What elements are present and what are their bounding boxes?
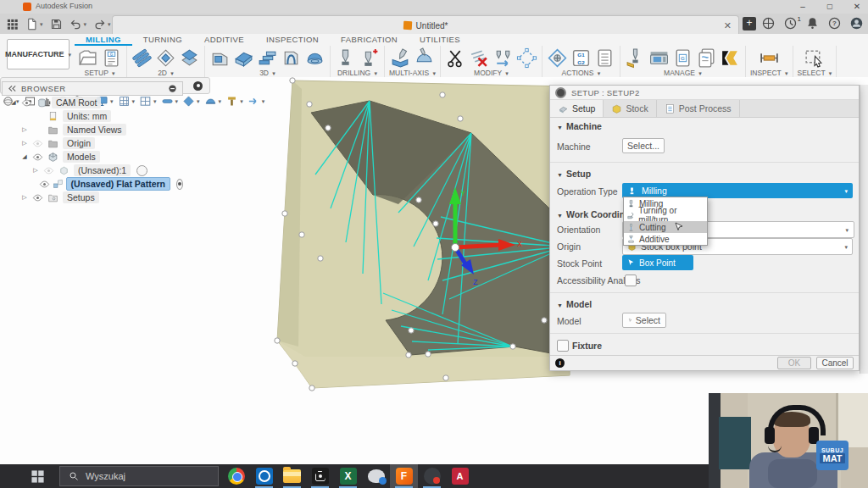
ribbon-tab-milling[interactable]: MILLING — [75, 34, 132, 46]
app-launcher-button[interactable] — [4, 17, 20, 31]
ribbon-tab-inspection[interactable]: INSPECTION — [255, 34, 330, 46]
origin-point[interactable] — [452, 244, 459, 252]
post-process-icon[interactable]: G1G2 — [570, 47, 592, 69]
redo-button[interactable]: ▾ — [92, 17, 113, 31]
bore-icon[interactable] — [359, 47, 380, 69]
browser-item-named-views[interactable]: ▷ Named Views — [2, 123, 183, 136]
browser-item-cam-root[interactable]: ◢ CAM Root — [2, 96, 183, 109]
pocket2d-icon[interactable] — [155, 47, 176, 69]
tool-reorder-icon[interactable] — [492, 47, 514, 69]
visibility-eye-icon[interactable] — [32, 152, 45, 163]
undo-button[interactable]: ▾ — [68, 17, 89, 31]
close-button[interactable]: ✕ — [848, 1, 866, 12]
visibility-eye-icon[interactable] — [43, 165, 56, 176]
dialog-tab-post-process[interactable]: Post Process — [657, 100, 740, 117]
adaptive3d-icon[interactable] — [209, 47, 231, 69]
taskbar-chrome[interactable] — [222, 464, 250, 488]
panel-options-icon[interactable] — [168, 84, 177, 93]
fixture-checkbox[interactable] — [557, 340, 569, 352]
job-status-button[interactable]: 1 — [783, 16, 798, 30]
document-tab[interactable]: Untitled* ✕ — [112, 15, 739, 35]
dialog-tab-stock[interactable]: Stock — [604, 100, 656, 117]
profile-avatar[interactable] — [849, 16, 864, 30]
browser-item-units-mm[interactable]: Units: mm — [2, 109, 183, 123]
browser-item--unsaved-1[interactable]: ▷ (Unsaved):1 — [2, 164, 183, 177]
cancel-button[interactable]: Cancel — [816, 357, 854, 369]
model-select-button[interactable]: Select — [622, 313, 666, 328]
swarf-icon[interactable] — [390, 47, 411, 69]
dialog-header[interactable]: SETUP : SETUP2 — [550, 86, 859, 100]
dropdown-option-additive[interactable]: Additive — [624, 233, 707, 245]
browser-item-origin[interactable]: ▷ Origin — [2, 136, 183, 150]
measure-icon[interactable] — [759, 47, 780, 69]
expander-arrow-icon[interactable]: ◢ — [8, 99, 19, 106]
pocket3d-icon[interactable] — [233, 47, 254, 69]
help-button[interactable]: ? — [827, 16, 842, 30]
machine-library-icon[interactable] — [648, 47, 670, 69]
post-library-icon[interactable]: G — [672, 47, 693, 69]
taskbar-recorder[interactable] — [418, 464, 446, 488]
extensions-button[interactable] — [761, 16, 776, 30]
camplete-icon[interactable] — [720, 47, 741, 69]
ncprogram-icon[interactable]: G — [101, 47, 122, 69]
visibility-eye-icon[interactable] — [39, 179, 50, 190]
template-library-icon[interactable] — [696, 47, 717, 69]
simulate-icon[interactable] — [547, 47, 568, 69]
expander-arrow-icon[interactable]: ▷ — [19, 140, 30, 147]
notifications-button[interactable] — [805, 16, 820, 30]
taskbar-paint3d[interactable] — [362, 464, 390, 488]
tool-library-icon[interactable] — [625, 47, 646, 69]
save-button[interactable] — [48, 17, 64, 31]
browser-item-setups[interactable]: ▷ Setups — [2, 191, 183, 204]
expander-arrow-icon[interactable]: ▷ — [19, 126, 30, 133]
taskbar-screen-capture[interactable] — [306, 464, 334, 488]
expander-arrow-icon[interactable]: ▷ — [31, 167, 41, 174]
drill-icon[interactable] — [335, 47, 356, 69]
dropdown-option-turning-or-mill-turn[interactable]: Turning or mill/turn — [624, 209, 707, 221]
visibility-eye-icon[interactable] — [32, 138, 45, 149]
taskbar-fusion[interactable]: F — [390, 464, 418, 488]
setup-sheet-icon[interactable] — [594, 47, 615, 69]
browser-item--unsaved-flat-pattern[interactable]: (Unsaved) Flat Pattern — [2, 177, 183, 191]
setup-folder-icon[interactable] — [77, 47, 98, 69]
machine-select-button[interactable]: Select... — [622, 138, 665, 153]
file-menu-button[interactable]: ▾ — [24, 17, 45, 31]
browser-item-models[interactable]: ◢ Models — [2, 150, 183, 164]
ribbon-tab-fabrication[interactable]: FABRICATION — [330, 34, 409, 46]
maximize-button[interactable]: ▢ — [821, 1, 839, 12]
comments-capture-icon[interactable] — [193, 81, 203, 91]
expander-arrow-icon[interactable]: ◢ — [19, 153, 30, 160]
dropdown-option-cutting[interactable]: Cutting — [624, 221, 707, 233]
ok-button[interactable]: OK — [777, 357, 811, 369]
taskbar-search[interactable]: Wyszukaj — [59, 466, 219, 486]
ribbon-tab-additive[interactable]: ADDITIVE — [193, 34, 255, 46]
minimize-button[interactable]: – — [793, 1, 812, 12]
parallel-icon[interactable] — [257, 47, 278, 69]
start-button[interactable] — [31, 469, 45, 484]
ground-radio[interactable] — [136, 165, 147, 176]
toolpath-link-icon[interactable] — [516, 47, 537, 69]
collapse-panel-icon[interactable] — [8, 84, 17, 93]
accessibility-checkbox[interactable] — [625, 274, 637, 286]
face-icon[interactable] — [179, 47, 200, 69]
spiral-icon[interactable] — [304, 47, 326, 69]
visibility-eye-icon[interactable] — [32, 192, 45, 203]
adaptive2d-icon[interactable] — [131, 47, 153, 69]
trim-icon[interactable] — [445, 47, 466, 69]
select-box-icon[interactable] — [804, 47, 825, 69]
workspace-selector-button[interactable]: MANUFACTURE▾ — [7, 39, 70, 69]
dialog-tab-setup[interactable]: Setup — [550, 100, 604, 117]
ground-radio[interactable] — [176, 179, 183, 190]
taskbar-excel[interactable]: X — [334, 464, 362, 488]
new-document-button[interactable]: + — [743, 17, 756, 30]
visibility-eye-icon[interactable] — [21, 97, 34, 108]
ribbon-tab-utilities[interactable]: UTILITIES — [409, 34, 471, 46]
delete-passes-icon[interactable] — [469, 47, 490, 69]
taskbar-outlook[interactable] — [250, 464, 278, 488]
rotary-icon[interactable] — [414, 47, 435, 69]
taskbar-autocad[interactable]: A — [446, 464, 474, 488]
model-section-header[interactable]: ▼Model — [557, 299, 592, 309]
steep-shallow-icon[interactable] — [281, 47, 302, 69]
ribbon-tab-turning[interactable]: TURNING — [132, 34, 193, 46]
taskbar-file-explorer[interactable] — [278, 464, 306, 488]
